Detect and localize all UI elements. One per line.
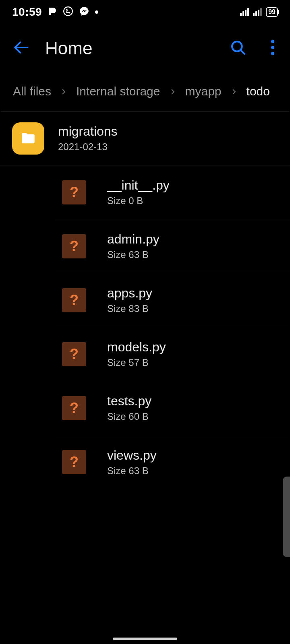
breadcrumb-item[interactable]: myapp bbox=[185, 85, 222, 98]
item-subtitle: Size 60 B bbox=[107, 411, 151, 422]
status-bar: 10:59 99 bbox=[0, 0, 290, 24]
notification-dot-icon bbox=[95, 10, 98, 14]
item-subtitle: Size 83 B bbox=[107, 303, 152, 314]
svg-point-5 bbox=[271, 46, 274, 49]
list-item[interactable]: ? models.py Size 57 B bbox=[55, 327, 290, 381]
item-subtitle: Size 63 B bbox=[107, 249, 160, 260]
page-title: Home bbox=[45, 38, 92, 58]
signal-icon-2 bbox=[253, 8, 262, 16]
item-name: views.py bbox=[107, 448, 157, 463]
chevron-right-icon bbox=[230, 85, 238, 98]
chevron-right-icon bbox=[60, 85, 67, 98]
breadcrumb-item[interactable]: Internal storage bbox=[76, 85, 160, 98]
whatsapp-icon bbox=[63, 6, 73, 18]
list-item[interactable]: ? views.py Size 63 B bbox=[55, 435, 290, 489]
chevron-right-icon bbox=[169, 85, 176, 98]
breadcrumb-item-current: todo bbox=[246, 85, 270, 98]
breadcrumb: All files Internal storage myapp todo bbox=[1, 72, 289, 111]
search-button[interactable] bbox=[230, 39, 246, 58]
signal-icon-1 bbox=[240, 8, 249, 16]
item-subtitle: Size 0 B bbox=[107, 195, 170, 206]
unknown-file-icon: ? bbox=[62, 288, 86, 312]
svg-point-4 bbox=[271, 40, 274, 43]
item-name: admin.py bbox=[107, 232, 160, 247]
unknown-file-icon: ? bbox=[62, 342, 86, 366]
list-item[interactable]: ? __init__.py Size 0 B bbox=[55, 165, 290, 219]
list-item[interactable]: ? apps.py Size 83 B bbox=[55, 273, 290, 327]
pandora-icon bbox=[48, 6, 57, 18]
item-subtitle: Size 63 B bbox=[107, 465, 157, 477]
list-item[interactable]: ? admin.py Size 63 B bbox=[55, 219, 290, 273]
messenger-icon bbox=[79, 6, 89, 18]
topbar: Home bbox=[0, 24, 290, 72]
file-list: migrations 2021-02-13 ? __init__.py Size… bbox=[0, 111, 290, 489]
breadcrumb-item[interactable]: All files bbox=[13, 85, 51, 98]
item-name: tests.py bbox=[107, 394, 151, 409]
item-name: migrations bbox=[58, 124, 118, 139]
item-name: models.py bbox=[107, 340, 166, 355]
svg-line-3 bbox=[241, 50, 244, 54]
folder-icon bbox=[12, 122, 44, 155]
unknown-file-icon: ? bbox=[62, 234, 86, 258]
status-time: 10:59 bbox=[12, 6, 42, 19]
item-name: __init__.py bbox=[107, 178, 170, 193]
svg-point-0 bbox=[64, 7, 72, 16]
battery-icon: 99 bbox=[266, 7, 278, 17]
svg-point-6 bbox=[271, 52, 274, 55]
list-item[interactable]: ? tests.py Size 60 B bbox=[55, 381, 290, 435]
gesture-bar bbox=[113, 638, 177, 640]
unknown-file-icon: ? bbox=[62, 180, 86, 204]
back-button[interactable] bbox=[12, 39, 30, 58]
item-subtitle: 2021-02-13 bbox=[58, 141, 118, 153]
unknown-file-icon: ? bbox=[62, 450, 86, 474]
more-menu-button[interactable] bbox=[271, 39, 275, 57]
item-subtitle: Size 57 B bbox=[107, 357, 166, 368]
scroll-handle[interactable] bbox=[283, 477, 290, 557]
list-item[interactable]: migrations 2021-02-13 bbox=[0, 111, 290, 165]
item-name: apps.py bbox=[107, 286, 152, 301]
unknown-file-icon: ? bbox=[62, 396, 86, 420]
